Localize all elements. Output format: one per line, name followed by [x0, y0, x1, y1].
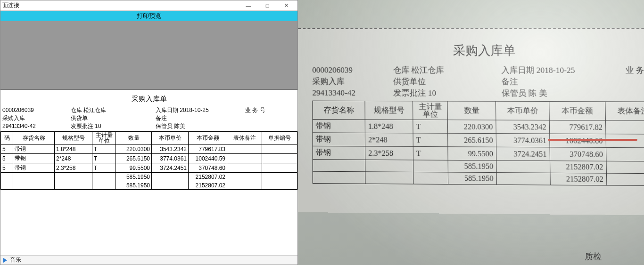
left-doc-header: 0000206039 仓库 松江仓库 入库日期 2018-10-25 业 务 号…	[0, 106, 297, 130]
p-col-amount: 本币金额	[549, 102, 606, 120]
cell-c5	[496, 173, 550, 185]
cell-c2: 2.3*258	[55, 163, 92, 173]
p-r3c4	[626, 88, 644, 100]
cell-c6: 370748.60	[550, 147, 606, 161]
p-r2c3: 备注	[502, 76, 626, 88]
hdr-r2c2: 供货单	[71, 114, 156, 122]
cell-c4: 265.6150	[448, 133, 496, 147]
table-row: 585.19502152807.02	[1, 173, 297, 181]
cell-c6: 2152807.02	[550, 173, 607, 185]
status-label: 音乐	[10, 256, 21, 264]
cell-c2	[55, 173, 92, 181]
cell-c4: 220.0300	[447, 120, 496, 134]
cell-c2: 2*248	[365, 133, 413, 146]
table-row: 5带钢2*248T265.61503774.03611002440.59	[1, 154, 297, 163]
cell-c1: 带钢	[13, 154, 55, 163]
p-col-remark: 表体备注	[605, 102, 644, 120]
right-doc-title: 采购入库单	[312, 42, 644, 59]
minimize-button[interactable]: —	[239, 0, 258, 11]
cell-c6: 2152807.02	[189, 181, 227, 190]
col-unit: 主计量单位	[92, 132, 116, 145]
p-r2c1: 采购入库	[312, 76, 393, 87]
cell-c0	[1, 181, 13, 190]
statusbar: 音乐	[0, 255, 297, 265]
cell-c3: T	[413, 133, 448, 147]
cell-c3	[92, 181, 116, 190]
cell-c1: 带钢	[313, 133, 365, 146]
p-col-qty: 数量	[447, 101, 496, 120]
printed-paper: 采购入库单 0000206039 仓库 松江仓库 入库日期 2018-10-25…	[298, 28, 644, 216]
cell-c4: 99.5500	[448, 147, 496, 161]
cell-c8	[262, 154, 297, 163]
table-row: 带钢2.3*258T99.55003724.2451370748.60	[313, 146, 644, 161]
cell-c4: 220.0300	[116, 145, 152, 154]
col-price: 本币单价	[152, 132, 189, 145]
hdr-r1c3: 入库日期 2018-10-25	[156, 106, 245, 114]
p-col-price: 本币单价	[495, 101, 549, 120]
cell-c7	[227, 173, 262, 181]
preview-empty-area	[0, 21, 297, 89]
right-doc-header: 0000206039 仓库 松江仓库 入库日期 2018-10-25 业 务 号…	[312, 64, 644, 99]
cell-c8	[262, 163, 297, 173]
cell-c7	[606, 134, 644, 148]
table-row: 带钢1.8*248T220.03003543.2342779617.82	[313, 120, 644, 135]
hdr-r2c3: 备注	[156, 114, 245, 122]
print-preview-banner[interactable]: 打印预览	[0, 11, 297, 21]
close-button[interactable]: ✕	[277, 0, 296, 11]
cell-c1	[13, 181, 55, 190]
p-col-name: 存货名称	[313, 101, 365, 120]
cell-c2: 1.8*248	[55, 145, 92, 154]
cell-c0: 5	[1, 154, 13, 163]
p-col-spec: 规格型号	[365, 101, 413, 120]
cell-c3	[92, 173, 116, 181]
table-row: 5带钢1.8*248T220.03003543.2342779617.83	[1, 145, 297, 154]
cell-c6: 1002440.59	[189, 154, 227, 163]
cell-c2	[55, 181, 92, 190]
cell-c3: T	[92, 145, 116, 154]
window-titlebar: 面连接 — □ ✕	[0, 0, 297, 11]
hdr-r3c3: 保管员 陈美	[156, 122, 245, 130]
cell-c7	[227, 154, 262, 163]
cell-c1	[313, 171, 365, 184]
cell-c3: T	[413, 146, 448, 160]
red-underline-annotation	[548, 139, 637, 141]
maximize-button[interactable]: □	[258, 0, 277, 11]
cell-c5: 3774.0361	[152, 154, 189, 163]
left-doc-title: 采购入库单	[0, 95, 297, 104]
col-name: 存货名称	[13, 132, 55, 145]
right-table: 存货名称 规格型号 主计量单位 数量 本币单价 本币金额 表体备注 带钢1.8*…	[312, 101, 644, 186]
right-table-head: 存货名称 规格型号 主计量单位 数量 本币单价 本币金额 表体备注	[313, 101, 644, 120]
cell-c7	[606, 161, 644, 174]
cell-c7	[227, 163, 262, 173]
cell-c4: 99.5500	[116, 163, 152, 173]
p-r1c1: 0000206039	[312, 64, 393, 76]
cell-c4: 585.1950	[448, 172, 496, 185]
cell-c2	[365, 172, 413, 184]
cell-c4: 265.6150	[116, 154, 152, 163]
p-r3c2: 发票批注 10	[393, 88, 502, 99]
cell-c7	[605, 120, 644, 134]
hdr-r1c4: 业 务 号	[245, 106, 297, 114]
table-row: 5带钢2.3*258T99.55003724.2451370748.60	[1, 163, 297, 173]
cell-c2: 2*248	[55, 154, 92, 163]
table-row: 585.19502152807.02	[1, 181, 297, 190]
p-r1c4: 业 务 号	[626, 65, 644, 77]
cell-c7	[606, 173, 644, 186]
p-r2c2: 供货单位	[393, 76, 502, 88]
hdr-r3c2: 发票批注 10	[71, 122, 156, 130]
cell-c8	[262, 173, 297, 181]
cell-c5: 3724.2451	[496, 147, 550, 161]
p-r1c2: 仓库 松江仓库	[393, 64, 502, 76]
cell-c6: 2152807.02	[189, 173, 227, 181]
left-table-head: 码 存货名称 规格型号 主计量单位 数量 本币单价 本币金额 表体备注 单据编号	[1, 132, 297, 145]
cell-c5	[496, 161, 550, 173]
cell-c3	[413, 172, 448, 184]
cell-c5: 3724.2451	[152, 163, 189, 173]
table-row: 585.19502152807.02	[313, 171, 644, 186]
p-r3c1: 29413340-42	[312, 87, 393, 99]
cell-c3	[413, 160, 448, 172]
cell-c0: 5	[1, 163, 13, 173]
col-docno: 单据编号	[262, 132, 297, 145]
p-col-unit: 主计量单位	[413, 101, 448, 120]
cell-c8	[262, 181, 297, 190]
